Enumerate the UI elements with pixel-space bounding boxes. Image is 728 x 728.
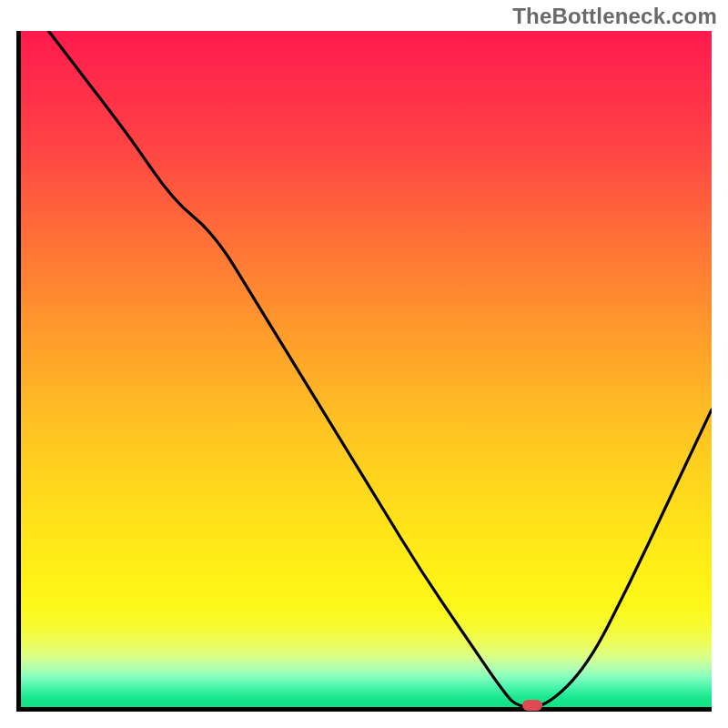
bottleneck-curve [21,31,712,707]
chart-container: TheBottleneck.com [0,0,728,728]
optimum-marker [522,700,542,711]
plot-frame [16,31,712,712]
watermark-text: TheBottleneck.com [512,4,717,29]
